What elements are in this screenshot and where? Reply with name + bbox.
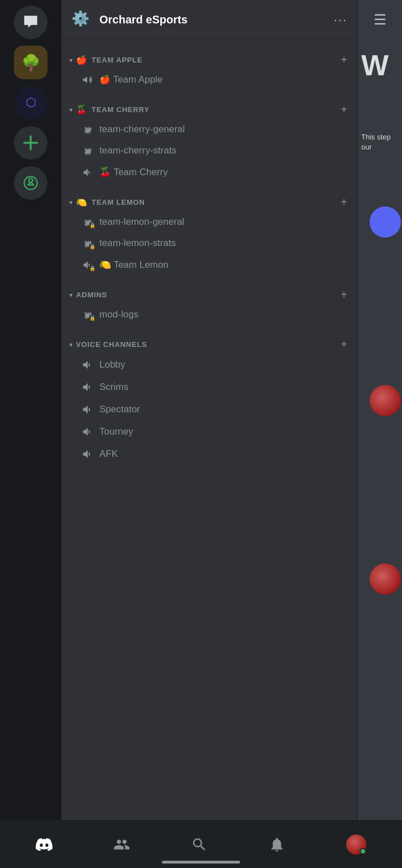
friends-icon: [113, 836, 130, 853]
category-name-team-cherry: TEAM CHERRY: [92, 105, 341, 114]
category-arrow-team-lemon: ▾: [69, 199, 73, 206]
channel-name-lobby: Lobby: [99, 359, 125, 370]
hash-lock-icon-lemon-strats: 🔒: [82, 238, 94, 249]
right-panel-menu: ☰: [358, 0, 402, 40]
bottom-nav-profile[interactable]: [337, 830, 375, 859]
right-panel-text-partial: This step our: [358, 82, 402, 152]
category-team-cherry: ▾ 🍒 TEAM CHERRY + team-cherry-general te…: [61, 101, 357, 182]
server-settings-icon: ⚙️: [71, 10, 92, 30]
channel-team-lemon-general[interactable]: 🔒 team-lemon-general: [66, 212, 353, 232]
category-add-voice-channels[interactable]: +: [341, 338, 347, 351]
channel-team-lemon-strats[interactable]: 🔒 team-lemon-strats: [66, 233, 353, 253]
right-panel-letter: W: [358, 40, 402, 82]
channel-name-cherry-general: team-cherry-general: [99, 124, 185, 135]
channel-name-lemon-voice: 🍋 Team Lemon: [99, 259, 169, 271]
bottom-nav-notifications[interactable]: [260, 832, 294, 857]
right-panel-avatar-purple: [370, 206, 401, 238]
category-arrow-admins: ▾: [69, 291, 73, 299]
sidebar-icon-server-1[interactable]: 🌳: [14, 46, 47, 79]
channel-name-lemon-general: team-lemon-general: [99, 216, 184, 228]
search-icon: [191, 836, 208, 853]
hash-icon-cherry-strats: [82, 145, 94, 156]
channel-name-scrims: Scrims: [99, 382, 128, 393]
channel-team-cherry-voice[interactable]: 🍒 Team Cherry: [66, 162, 353, 182]
volume-icon-cherry: [82, 167, 94, 178]
channel-scrims[interactable]: Scrims: [66, 377, 353, 398]
sidebar-icon-add-server[interactable]: [14, 126, 47, 160]
bell-icon: [269, 836, 285, 853]
category-name-admins: ADMINS: [76, 291, 341, 299]
svg-point-1: [29, 179, 33, 182]
category-emoji-team-apple: 🍎: [76, 55, 87, 65]
category-name-team-lemon: TEAM LEMON: [92, 198, 341, 206]
sidebar-icon-server-2[interactable]: ⬡: [14, 86, 47, 119]
server-name: Orchard eSports: [99, 13, 334, 26]
category-admins: ▾ ADMINS + 🔒 mod-logs: [61, 286, 357, 325]
category-name-team-apple: TEAM APPLE: [92, 56, 341, 64]
hash-icon-cherry-general: [82, 124, 94, 135]
channel-name-lemon-strats: team-lemon-strats: [99, 238, 176, 249]
channel-team-cherry-strats[interactable]: team-cherry-strats: [66, 141, 353, 161]
category-voice-channels: ▾ VOICE CHANNELS + Lobby Scrims: [61, 336, 357, 465]
channel-name-tourney: Tourney: [99, 426, 133, 437]
discord-icon: [36, 836, 52, 853]
channel-name-team-apple-voice: 🍎 Team Apple: [99, 74, 162, 85]
category-arrow-voice-channels: ▾: [69, 341, 73, 349]
category-team-lemon: ▾ 🍋 TEAM LEMON + 🔒 team-lemon-general 🔒 …: [61, 194, 357, 275]
channel-team-apple-voice[interactable]: 🍎 Team Apple: [66, 70, 353, 90]
channel-name-spectator: Spectator: [99, 404, 140, 415]
channel-mod-logs[interactable]: 🔒 mod-logs: [66, 305, 353, 325]
channel-list: ⚙️ Orchard eSports ··· ▾ 🍎 TEAM APPLE + …: [61, 0, 357, 820]
right-panel-avatar-2: [370, 563, 401, 595]
left-sidebar: 🌳 ⬡: [0, 0, 61, 820]
channel-tourney[interactable]: Tourney: [66, 421, 353, 442]
channel-name-cherry-voice: 🍒 Team Cherry: [99, 166, 168, 178]
sidebar-icon-chat[interactable]: [14, 6, 47, 39]
category-emoji-team-cherry: 🍒: [76, 104, 87, 115]
channel-team-cherry-general[interactable]: team-cherry-general: [66, 119, 353, 139]
category-arrow-team-apple: ▾: [69, 56, 73, 64]
avatar-container: [346, 835, 366, 855]
channel-afk[interactable]: AFK: [66, 443, 353, 465]
bottom-nav-search[interactable]: [182, 832, 217, 857]
bottom-nav-home[interactable]: [27, 832, 61, 857]
channel-spectator[interactable]: Spectator: [66, 399, 353, 420]
category-add-team-apple[interactable]: +: [341, 54, 347, 66]
bottom-nav-friends[interactable]: [104, 832, 139, 857]
volume-icon-tourney: [82, 426, 94, 438]
sidebar-icon-explore[interactable]: [14, 166, 47, 200]
category-header-admins[interactable]: ▾ ADMINS +: [61, 286, 357, 303]
server-options-button[interactable]: ···: [334, 13, 347, 27]
volume-icon-lobby: [82, 359, 94, 371]
category-emoji-team-lemon: 🍋: [76, 197, 87, 208]
volume-icon: [82, 74, 94, 85]
category-header-voice-channels[interactable]: ▾ VOICE CHANNELS +: [61, 336, 357, 353]
channel-name-cherry-strats: team-cherry-strats: [99, 145, 176, 156]
category-header-team-lemon[interactable]: ▾ 🍋 TEAM LEMON +: [61, 194, 357, 211]
category-header-team-cherry[interactable]: ▾ 🍒 TEAM CHERRY +: [61, 101, 357, 118]
volume-icon-afk: [82, 448, 94, 460]
category-header-team-apple[interactable]: ▾ 🍎 TEAM APPLE +: [61, 51, 357, 69]
category-arrow-team-cherry: ▾: [69, 106, 73, 114]
right-panel-avatar-1: [370, 385, 401, 416]
channel-name-mod-logs: mod-logs: [99, 309, 138, 320]
volume-lock-icon-lemon: 🔒: [82, 259, 94, 271]
hash-lock-icon-lemon-general: 🔒: [82, 216, 94, 228]
hamburger-icon[interactable]: ☰: [374, 11, 386, 28]
category-add-team-cherry[interactable]: +: [341, 103, 347, 116]
category-add-admins[interactable]: +: [341, 288, 347, 301]
category-team-apple: ▾ 🍎 TEAM APPLE + 🍎 Team Apple: [61, 51, 357, 90]
channel-name-afk: AFK: [99, 449, 118, 460]
category-name-voice-channels: VOICE CHANNELS: [76, 340, 341, 349]
server-header[interactable]: ⚙️ Orchard eSports ···: [61, 0, 357, 40]
online-status-dot: [360, 848, 366, 855]
volume-icon-spectator: [82, 403, 94, 416]
right-panel: ☰ W This step our: [357, 0, 402, 820]
hash-lock-icon-mod-logs: 🔒: [82, 309, 94, 320]
category-add-team-lemon[interactable]: +: [341, 196, 347, 209]
channel-lobby[interactable]: Lobby: [66, 354, 353, 375]
channel-team-lemon-voice[interactable]: 🔒 🍋 Team Lemon: [66, 254, 353, 275]
volume-icon-scrims: [82, 381, 94, 393]
home-indicator: [162, 861, 240, 864]
